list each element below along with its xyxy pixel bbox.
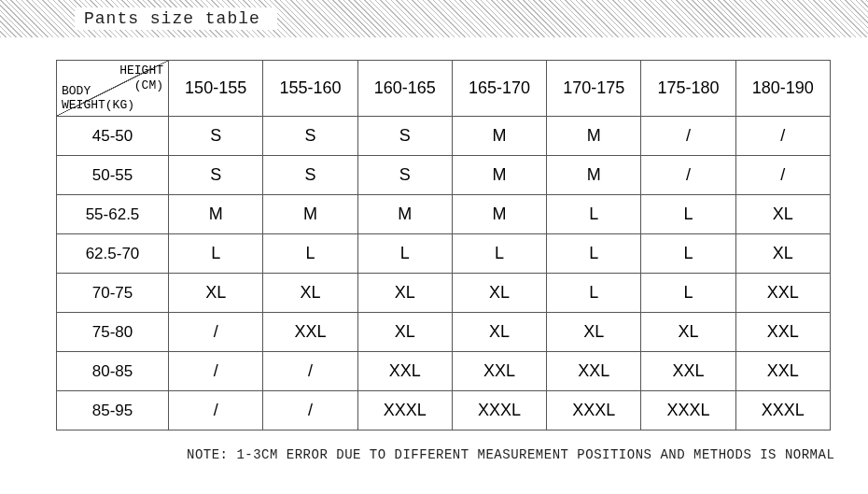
col-header: 170-175 [547,61,641,117]
size-cell: / [641,117,735,156]
table-body: 45-50SSSMM//50-55SSSMM//55-62.5MMMMLLXL6… [57,117,831,430]
col-header: 175-180 [641,61,735,117]
col-header: 150-155 [169,61,263,117]
row-header: 55-62.5 [57,195,169,234]
size-cell: M [357,195,452,234]
header-band: Pants size table [0,0,868,37]
size-cell: XL [357,274,452,313]
row-header: 45-50 [57,117,169,156]
table-row: 70-75XLXLXLXLLLXXL [57,274,831,313]
size-cell: XXL [735,274,830,313]
size-cell: L [641,274,735,313]
table-container: HEIGHT (CM) BODY WEIGHT(KG) 150-155155-1… [0,37,868,438]
size-cell: / [735,156,830,195]
size-cell: XXL [452,352,546,391]
row-header: 62.5-70 [57,234,169,274]
footer-note: NOTE: 1-3CM ERROR DUE TO DIFFERENT MEASU… [0,438,868,462]
size-cell: / [735,117,830,156]
size-cell: XXL [263,313,357,352]
size-cell: / [169,352,263,391]
size-cell: S [263,156,357,195]
size-cell: XL [547,313,641,352]
table-header-row: HEIGHT (CM) BODY WEIGHT(KG) 150-155155-1… [57,61,831,117]
size-cell: L [641,234,735,274]
corner-cell: HEIGHT (CM) BODY WEIGHT(KG) [57,61,169,117]
table-row: 55-62.5MMMMLLXL [57,195,831,234]
size-cell: M [169,195,263,234]
size-cell: L [357,234,452,274]
table-row: 45-50SSSMM// [57,117,831,156]
size-cell: M [547,156,641,195]
size-cell: S [263,117,357,156]
size-cell: XXL [357,352,452,391]
size-cell: / [169,391,263,430]
size-table: HEIGHT (CM) BODY WEIGHT(KG) 150-155155-1… [56,60,831,430]
size-cell: M [452,195,546,234]
col-header: 160-165 [357,61,452,117]
size-cell: M [263,195,357,234]
size-cell: XXXL [735,391,830,430]
size-cell: XL [452,274,546,313]
col-header: 165-170 [452,61,546,117]
size-cell: L [263,234,357,274]
table-row: 62.5-70LLLLLLXL [57,234,831,274]
row-header: 50-55 [57,156,169,195]
size-cell: L [641,195,735,234]
size-cell: S [357,117,452,156]
size-cell: XXXL [641,391,735,430]
size-cell: L [452,234,546,274]
page-title: Pants size table [75,7,277,30]
size-cell: L [547,195,641,234]
size-cell: XL [735,195,830,234]
size-cell: XXXL [452,391,546,430]
size-cell: XXL [735,313,830,352]
row-header: 85-95 [57,391,169,430]
table-row: 85-95//XXXLXXXLXXXLXXXLXXXL [57,391,831,430]
size-cell: XL [641,313,735,352]
size-cell: XXL [547,352,641,391]
size-cell: XL [169,274,263,313]
size-cell: XXL [735,352,830,391]
size-cell: S [169,156,263,195]
size-cell: M [452,156,546,195]
size-cell: XL [452,313,546,352]
size-cell: XXXL [547,391,641,430]
corner-weight-label: BODY WEIGHT(KG) [62,84,134,113]
size-cell: XXL [641,352,735,391]
size-cell: S [357,156,452,195]
col-header: 155-160 [263,61,357,117]
table-row: 75-80/XXLXLXLXLXLXXL [57,313,831,352]
table-row: 80-85//XXLXXLXXLXXLXXL [57,352,831,391]
size-cell: / [263,352,357,391]
size-cell: / [641,156,735,195]
size-cell: L [169,234,263,274]
size-cell: L [547,274,641,313]
size-cell: / [169,313,263,352]
size-cell: XL [263,274,357,313]
size-cell: M [547,117,641,156]
size-cell: S [169,117,263,156]
size-cell: XL [735,234,830,274]
size-cell: XXXL [357,391,452,430]
row-header: 70-75 [57,274,169,313]
size-cell: M [452,117,546,156]
size-cell: L [547,234,641,274]
size-cell: / [263,391,357,430]
col-header: 180-190 [735,61,830,117]
table-row: 50-55SSSMM// [57,156,831,195]
size-cell: XL [357,313,452,352]
row-header: 75-80 [57,313,169,352]
row-header: 80-85 [57,352,169,391]
